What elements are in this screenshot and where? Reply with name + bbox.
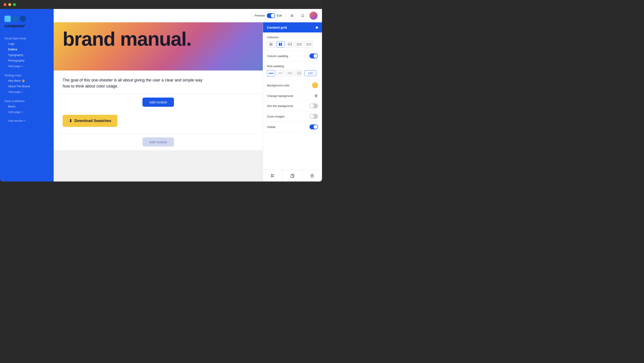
panel-body: Columns: [263, 33, 322, 170]
cut-button[interactable]: [263, 170, 283, 182]
col-option-5[interactable]: [304, 41, 312, 48]
col-option-1[interactable]: [267, 41, 275, 48]
preview-label: Preview: [254, 14, 265, 17]
sidebar-item-hey-there[interactable]: Hey there 👋: [0, 78, 54, 84]
logo-shapes: [4, 16, 49, 22]
sidebar-item-colors[interactable]: Colors: [0, 47, 54, 52]
background-color-swatch[interactable]: [312, 82, 318, 88]
panel-header-dot: [316, 27, 318, 29]
copy-icon: [290, 173, 295, 178]
right-panel: Content grid Columns: [263, 22, 322, 182]
zoom-images-label: Zoom images: [267, 115, 285, 118]
zoom-images-toggle-knob: [310, 114, 314, 118]
sidebar-item-music[interactable]: Music: [0, 104, 54, 109]
svg-point-7: [271, 176, 272, 177]
hero-title: brand manual.: [62, 29, 254, 49]
close-dot[interactable]: [4, 3, 6, 6]
pad-option-4[interactable]: [295, 70, 303, 76]
settings-icon-btn[interactable]: [288, 12, 296, 20]
panel-header: Content grid: [263, 22, 322, 33]
titlebar: [0, 0, 322, 9]
content-area: brand manual. The goal of this one-sheet…: [54, 22, 263, 182]
app-window: coreipsum° Visual Style Guide Logo Color…: [0, 0, 322, 182]
column-padding-toggle[interactable]: [310, 54, 318, 58]
bell-icon-btn[interactable]: [299, 12, 307, 20]
sidebar-add-page-1[interactable]: Add page +: [0, 63, 54, 69]
add-module-button-top[interactable]: Add module: [142, 98, 174, 107]
svg-rect-12: [291, 175, 293, 178]
panel-title: Content grid: [267, 26, 287, 29]
logo-area: coreipsum°: [0, 14, 54, 35]
column-padding-label: Column padding: [267, 54, 288, 58]
sidebar-add-page-3[interactable]: Add page +: [0, 109, 54, 115]
change-background-trash-icon[interactable]: 🗑: [314, 94, 318, 98]
sidebar-section-sonic: Sonic Guidelines: [0, 98, 54, 104]
copy-button[interactable]: [283, 170, 302, 182]
sidebar-item-logo[interactable]: Logo: [0, 41, 54, 47]
svg-point-5: [291, 16, 292, 17]
delete-button[interactable]: [302, 170, 322, 182]
sidebar-item-photography[interactable]: Photography: [0, 58, 54, 63]
dim-background-label: Dim the background: [267, 104, 293, 108]
zoom-images-row: Zoom images: [263, 111, 322, 122]
logo-circle2: [20, 16, 26, 22]
svg-point-3: [291, 14, 292, 15]
bell-icon: [301, 14, 304, 18]
sidebar-add-section[interactable]: Add section +: [0, 118, 54, 124]
sidebar-add-page-2[interactable]: Add page +: [0, 89, 54, 95]
toggle-knob: [271, 14, 275, 18]
change-background-label: Change background: [267, 94, 293, 98]
edit-label: Edit: [277, 14, 282, 17]
logo-square: [4, 16, 11, 22]
change-background-row: Change background 🗑: [263, 91, 322, 101]
zoom-images-toggle[interactable]: [310, 114, 318, 119]
trash-icon: [310, 173, 314, 178]
download-label: Download Swatches: [74, 119, 111, 123]
download-swatches-button[interactable]: ⬇ Download Swatches: [62, 115, 118, 127]
settings-icon: [290, 14, 294, 18]
svg-point-6: [271, 174, 272, 175]
logo-circle1: [12, 16, 18, 22]
col-option-4[interactable]: [295, 41, 303, 48]
dim-background-toggle-knob: [310, 104, 314, 108]
scissors-icon: [270, 173, 275, 178]
user-avatar[interactable]: [310, 12, 318, 20]
dim-background-toggle[interactable]: [310, 103, 318, 108]
maximize-dot[interactable]: [13, 3, 16, 6]
pad-option-1[interactable]: [267, 70, 275, 76]
row-padding-input[interactable]: 120: [304, 70, 316, 76]
sidebar-section-visual: Visual Style Guide: [0, 35, 54, 41]
description-text: The goal of this one-sheeter is all abou…: [62, 77, 206, 89]
add-module-row-top: Add module: [54, 94, 263, 110]
column-padding-row: Column padding: [263, 51, 322, 61]
sidebar-section-strategy: Strategy inspo: [0, 72, 54, 78]
preview-toggle[interactable]: [267, 13, 275, 18]
visible-row: Visible: [263, 122, 322, 132]
svg-line-8: [272, 174, 274, 175]
svg-point-4: [292, 15, 293, 16]
row-padding-label: Row padding: [267, 65, 318, 68]
topbar-icons: [288, 12, 318, 20]
svg-rect-14: [311, 175, 313, 177]
visible-toggle-knob: [314, 125, 318, 129]
col-option-3[interactable]: [286, 41, 294, 48]
col-option-2[interactable]: [276, 41, 284, 48]
pad-option-2[interactable]: [276, 70, 284, 76]
svg-line-9: [272, 176, 274, 177]
columns-options: [267, 41, 318, 48]
hero-section: brand manual.: [54, 22, 263, 71]
sidebar-item-typography[interactable]: Typography: [0, 52, 54, 58]
sidebar-item-about-brand[interactable]: About The Brand: [0, 84, 54, 89]
add-module-button-bottom[interactable]: Add module: [142, 137, 174, 147]
description-section: The goal of this one-sheeter is all abou…: [54, 71, 263, 94]
visible-toggle[interactable]: [310, 124, 318, 129]
background-color-label: Background color: [267, 84, 290, 87]
topbar: Preview Edit: [54, 9, 322, 22]
minimize-dot[interactable]: [8, 3, 11, 6]
preview-edit-control: Preview Edit: [251, 12, 285, 20]
pad-option-3[interactable]: [286, 70, 294, 76]
columns-section: Columns: [263, 33, 322, 51]
column-padding-toggle-knob: [314, 54, 318, 58]
download-section: ⬇ Download Swatches: [54, 110, 263, 134]
visible-label: Visible: [267, 125, 276, 129]
